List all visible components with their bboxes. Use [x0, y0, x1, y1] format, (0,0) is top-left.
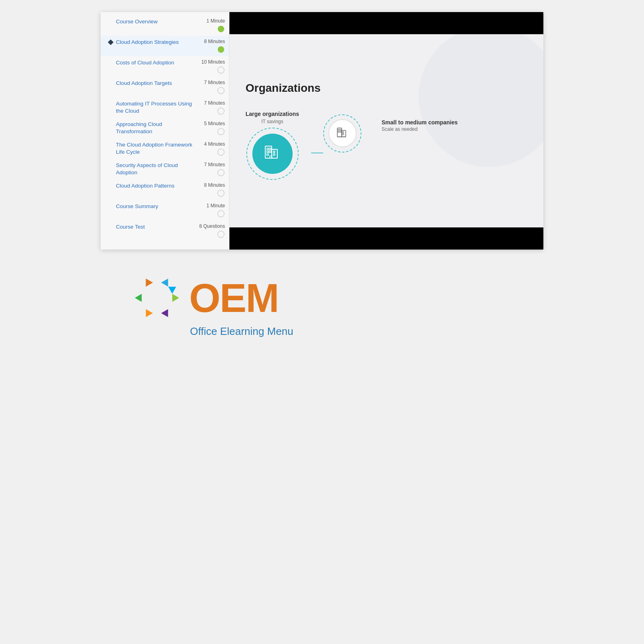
bullet: [108, 19, 114, 25]
progress-patterns: [217, 189, 225, 197]
sidebar-right: 8 Questions: [193, 223, 225, 238]
sidebar-item-targets[interactable]: Cloud Adoption Targets 7 Minutes: [101, 77, 229, 97]
progress-framework: [217, 148, 225, 156]
svg-rect-15: [267, 151, 268, 153]
duration-course-overview: 1 Minute: [206, 18, 225, 24]
svg-point-5: [218, 128, 224, 135]
svg-point-4: [218, 108, 224, 114]
svg-marker-36: [142, 309, 153, 319]
svg-rect-18: [273, 151, 275, 153]
medium-org-title: Small to medium companies: [382, 119, 458, 126]
svg-rect-25: [338, 129, 339, 130]
connector-line-1: [311, 153, 323, 153]
svg-rect-19: [273, 154, 275, 155]
sidebar-item-patterns[interactable]: Cloud Adoption Patterns 8 Minutes: [101, 180, 229, 200]
progress-test: [217, 230, 225, 238]
duration-costs: 10 Minutes: [201, 59, 225, 65]
sidebar-item-left: Cloud Adoption Patterns: [108, 182, 193, 190]
duration-targets: 7 Minutes: [204, 80, 225, 85]
svg-point-3: [218, 87, 224, 94]
sidebar-item-left: Course Test: [108, 223, 193, 231]
sidebar-right: 7 Minutes: [193, 162, 225, 177]
sidebar-item-left: Cloud Adoption Strategies: [108, 39, 193, 46]
large-circle-outer: [246, 128, 299, 180]
svg-marker-38: [142, 277, 153, 287]
svg-marker-34: [172, 294, 179, 302]
progress-summary: [217, 210, 225, 218]
sidebar-item-course-overview[interactable]: Course Overview 1 Minute: [101, 15, 229, 36]
video-black-bottom: [229, 227, 543, 250]
large-circle-inner: [252, 134, 293, 174]
svg-point-7: [218, 169, 224, 176]
progress-targets: [217, 87, 225, 95]
sidebar-item-left: Security Aspects of Cloud Adoption: [108, 162, 193, 176]
medium-org-subtitle: Scale as needed: [382, 126, 417, 132]
sidebar-label-automating: Automating IT Processes Using the Cloud: [116, 100, 193, 115]
oem-arrows-icon: [133, 274, 181, 322]
sidebar-label-framework: The Cloud Adoption Framework Life Cycle: [116, 141, 193, 156]
oem-brand-text: OEM: [189, 278, 279, 318]
bullet: [108, 101, 114, 107]
progress-cloud-adoption-strategies: [217, 45, 225, 54]
svg-rect-26: [340, 129, 341, 130]
svg-marker-33: [161, 277, 171, 287]
small-org-info: Small to medium companies Scale as neede…: [382, 119, 458, 135]
svg-point-1: [218, 46, 224, 53]
svg-rect-17: [267, 154, 268, 155]
duration-approaching: 5 Minutes: [204, 121, 225, 126]
sidebar-item-test[interactable]: Course Test 8 Questions: [101, 221, 229, 241]
sidebar-label-cloud-adoption-strategies: Cloud Adoption Strategies: [116, 39, 193, 46]
medium-circle-inner: [328, 119, 357, 147]
medium-circle-outer: [323, 114, 361, 153]
bullet: [108, 163, 114, 168]
sidebar-right: 1 Minute: [193, 203, 225, 218]
page-container: Course Overview 1 Minute Cloud Adoption …: [0, 0, 644, 644]
duration-framework: 4 Minutes: [204, 141, 225, 147]
sidebar-item-left: The Cloud Adoption Framework Life Cycle: [108, 141, 193, 156]
svg-point-6: [218, 149, 224, 155]
duration-summary: 1 Minute: [206, 203, 225, 208]
large-org-label: Large organizations: [246, 111, 299, 117]
diamond-icon: [108, 39, 114, 45]
sidebar-item-left: Costs of Cloud Adoption: [108, 59, 193, 66]
sidebar-item-cloud-adoption-strategies[interactable]: Cloud Adoption Strategies 8 Minutes: [101, 36, 229, 56]
medium-building-icon: [336, 126, 349, 141]
sidebar-item-left: Approaching Cloud Transformation: [108, 121, 193, 135]
sidebar-right: 7 Minutes: [193, 80, 225, 95]
main-content: Organizations Large organizations IT sav…: [229, 12, 543, 250]
organizations-diagram: Large organizations IT savings: [246, 111, 527, 180]
bullet: [108, 224, 114, 230]
active-bullet: [108, 39, 114, 45]
sidebar-right: 10 Minutes: [193, 59, 225, 74]
svg-point-9: [218, 211, 224, 217]
sidebar-item-approaching[interactable]: Approaching Cloud Transformation 5 Minut…: [101, 118, 229, 138]
sidebar-item-left: Course Overview: [108, 18, 193, 25]
bullet: [108, 80, 114, 86]
sidebar-right: 5 Minutes: [193, 121, 225, 136]
sidebar-label-test: Course Test: [116, 223, 193, 231]
sidebar-label-approaching: Approaching Cloud Transformation: [116, 121, 193, 135]
sidebar-label-costs: Costs of Cloud Adoption: [116, 59, 193, 66]
video-black-top: [229, 12, 543, 34]
svg-rect-30: [343, 134, 344, 135]
bullet: [108, 204, 114, 209]
sidebar-right: 8 Minutes: [193, 182, 225, 197]
sidebar-label-patterns: Cloud Adoption Patterns: [116, 182, 193, 190]
svg-point-10: [218, 231, 224, 237]
progress-course-overview: [217, 25, 225, 33]
sidebar-label-targets: Cloud Adoption Targets: [116, 80, 193, 87]
sidebar-item-costs[interactable]: Costs of Cloud Adoption 10 Minutes: [101, 56, 229, 77]
medium-org-container: [323, 114, 361, 153]
sidebar-item-automating[interactable]: Automating IT Processes Using the Cloud …: [101, 97, 229, 118]
sidebar-item-summary[interactable]: Course Summary 1 Minute: [101, 200, 229, 221]
sidebar-item-framework[interactable]: The Cloud Adoption Framework Life Cycle …: [101, 138, 229, 159]
sidebar-label-summary: Course Summary: [116, 203, 193, 210]
slide-title: Organizations: [246, 82, 321, 95]
duration-security: 7 Minutes: [204, 162, 225, 167]
sidebar-right: 8 Minutes: [193, 39, 225, 54]
sidebar-item-security[interactable]: Security Aspects of Cloud Adoption 7 Min…: [101, 159, 229, 180]
svg-rect-13: [267, 148, 268, 150]
duration-patterns: 8 Minutes: [204, 182, 225, 188]
sidebar-item-left: Automating IT Processes Using the Cloud: [108, 100, 193, 115]
sidebar-right: 1 Minute: [193, 18, 225, 33]
